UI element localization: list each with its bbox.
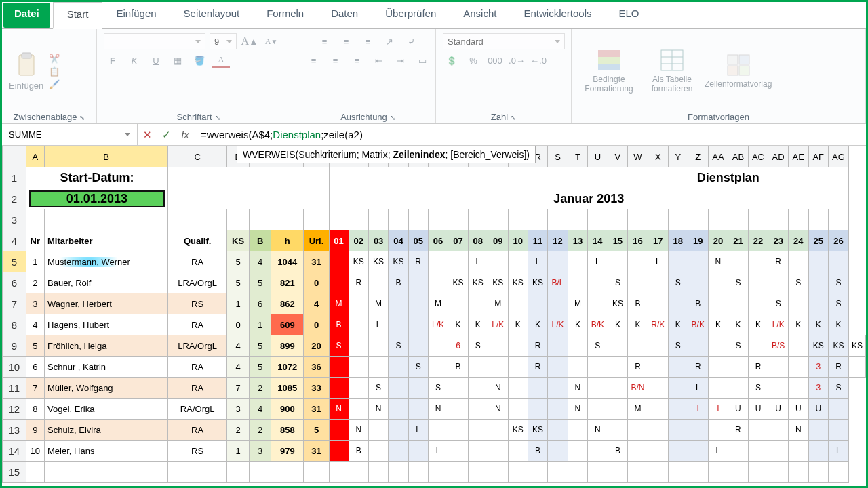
shift-cell[interactable] bbox=[349, 378, 368, 399]
enter-formula-icon[interactable]: ✓ bbox=[157, 129, 176, 141]
shift-cell[interactable]: R bbox=[349, 272, 368, 293]
shift-cell[interactable] bbox=[568, 441, 587, 462]
comma-icon[interactable]: 000 bbox=[486, 52, 504, 68]
shift-cell[interactable] bbox=[448, 441, 468, 462]
shift-cell[interactable]: K bbox=[508, 314, 528, 336]
shift-cell[interactable]: KS bbox=[448, 272, 468, 293]
shift-cell[interactable] bbox=[488, 336, 508, 357]
shift-cell[interactable] bbox=[608, 378, 627, 399]
shift-cell[interactable] bbox=[428, 357, 448, 378]
shift-cell[interactable]: B bbox=[389, 272, 408, 293]
shift-cell[interactable] bbox=[568, 336, 587, 357]
shift-cell[interactable]: K bbox=[608, 314, 627, 336]
shift-cell[interactable]: S bbox=[329, 336, 349, 357]
shift-cell[interactable] bbox=[648, 336, 668, 357]
shift-cell[interactable]: R bbox=[408, 251, 428, 272]
shift-cell[interactable] bbox=[668, 251, 688, 272]
shift-cell[interactable]: S bbox=[748, 378, 768, 399]
col-header[interactable]: V bbox=[608, 146, 627, 167]
shift-cell[interactable] bbox=[628, 251, 648, 272]
shift-cell[interactable]: 3 bbox=[808, 378, 828, 399]
shift-cell[interactable]: K bbox=[728, 314, 749, 336]
shift-cell[interactable] bbox=[448, 399, 468, 420]
shift-cell[interactable]: B bbox=[528, 441, 547, 462]
shift-cell[interactable] bbox=[468, 293, 488, 314]
shift-cell[interactable] bbox=[468, 420, 488, 441]
shift-cell[interactable]: R bbox=[528, 357, 547, 378]
shift-cell[interactable]: 3 bbox=[808, 357, 828, 378]
shift-cell[interactable]: S bbox=[828, 378, 848, 399]
shift-cell[interactable] bbox=[488, 420, 508, 441]
borders-button[interactable]: ▦ bbox=[169, 52, 186, 68]
shift-cell[interactable] bbox=[568, 357, 587, 378]
shift-cell[interactable]: B/S bbox=[768, 336, 789, 357]
bold-button[interactable]: F bbox=[104, 52, 121, 68]
shift-cell[interactable] bbox=[708, 378, 728, 399]
shift-cell[interactable] bbox=[368, 420, 388, 441]
shift-cell[interactable] bbox=[548, 357, 568, 378]
shift-cell[interactable] bbox=[688, 272, 708, 293]
shift-cell[interactable] bbox=[349, 399, 368, 420]
employee-name[interactable]: Bauer, Rolf bbox=[45, 272, 168, 293]
shift-cell[interactable]: S bbox=[468, 336, 488, 357]
shift-cell[interactable]: M bbox=[568, 293, 587, 314]
shift-cell[interactable]: KS bbox=[508, 272, 528, 293]
shift-cell[interactable] bbox=[408, 293, 428, 314]
shift-cell[interactable] bbox=[708, 357, 728, 378]
shift-cell[interactable] bbox=[848, 357, 865, 378]
fillcolor-button[interactable]: 🪣 bbox=[191, 52, 208, 68]
shift-cell[interactable]: R bbox=[688, 357, 708, 378]
shift-cell[interactable]: KS bbox=[468, 272, 488, 293]
shift-cell[interactable] bbox=[587, 357, 608, 378]
start-date-cell[interactable]: 01.01.2013 bbox=[29, 190, 165, 207]
fx-icon[interactable]: fx bbox=[176, 129, 195, 140]
shift-cell[interactable]: B bbox=[448, 357, 468, 378]
shift-cell[interactable] bbox=[368, 272, 388, 293]
shift-cell[interactable]: S bbox=[608, 272, 627, 293]
shift-cell[interactable]: I bbox=[708, 399, 728, 420]
employee-name[interactable]: Wagner, Herbert bbox=[45, 293, 168, 314]
shift-cell[interactable] bbox=[608, 336, 627, 357]
align-middle-icon[interactable]: ≡ bbox=[338, 33, 355, 49]
dec-decimal-icon[interactable]: ←.0 bbox=[530, 52, 547, 68]
shift-cell[interactable]: M bbox=[488, 293, 508, 314]
shift-cell[interactable] bbox=[808, 272, 828, 293]
shift-cell[interactable] bbox=[789, 441, 809, 462]
shift-cell[interactable]: R bbox=[528, 336, 547, 357]
shift-cell[interactable] bbox=[488, 441, 508, 462]
shift-cell[interactable] bbox=[329, 251, 349, 272]
shift-cell[interactable] bbox=[648, 293, 668, 314]
shift-cell[interactable]: B/L bbox=[548, 272, 568, 293]
shift-cell[interactable] bbox=[768, 441, 789, 462]
shift-cell[interactable]: B bbox=[349, 441, 368, 462]
shift-cell[interactable]: L bbox=[408, 420, 428, 441]
shift-cell[interactable]: S bbox=[368, 378, 388, 399]
shift-cell[interactable]: S bbox=[389, 336, 408, 357]
shift-cell[interactable]: KS bbox=[389, 251, 408, 272]
col-header[interactable]: AD bbox=[768, 146, 789, 167]
shift-cell[interactable] bbox=[368, 357, 388, 378]
shift-cell[interactable] bbox=[587, 272, 608, 293]
shift-cell[interactable] bbox=[349, 357, 368, 378]
shift-cell[interactable] bbox=[587, 293, 608, 314]
fontcolor-button[interactable]: A bbox=[212, 52, 230, 68]
col-header[interactable]: C bbox=[168, 146, 227, 167]
shift-cell[interactable]: N bbox=[708, 251, 728, 272]
shift-cell[interactable]: KS bbox=[828, 336, 848, 357]
shift-cell[interactable] bbox=[508, 357, 528, 378]
grid[interactable]: ABCDEFGHIJKLMNOPQRSTUVWXYZAAABACADAEAFAG… bbox=[2, 146, 866, 483]
col-header[interactable]: AF bbox=[808, 146, 828, 167]
shift-cell[interactable]: 6 bbox=[448, 336, 468, 357]
shift-cell[interactable] bbox=[668, 420, 688, 441]
shift-cell[interactable]: R bbox=[748, 357, 768, 378]
shift-cell[interactable]: R bbox=[828, 357, 848, 378]
shift-cell[interactable] bbox=[389, 399, 408, 420]
formula-input[interactable]: =wverweis(A$4;Dienstplan;zeile(a2) bbox=[195, 124, 866, 145]
shift-cell[interactable]: N bbox=[349, 420, 368, 441]
col-header[interactable]: AB bbox=[728, 146, 749, 167]
shift-cell[interactable] bbox=[688, 420, 708, 441]
shift-cell[interactable] bbox=[808, 251, 828, 272]
shift-cell[interactable]: KS bbox=[808, 336, 828, 357]
col-header[interactable]: S bbox=[548, 146, 568, 167]
shift-cell[interactable] bbox=[448, 420, 468, 441]
